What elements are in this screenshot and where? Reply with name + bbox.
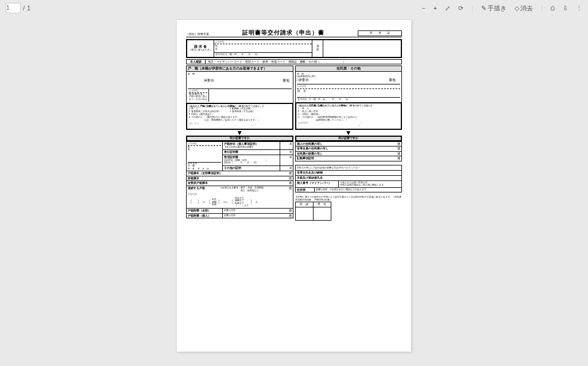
- applicant-sub: （窓口に来られた方）: [187, 49, 214, 52]
- document-page: （宛先）伊那市長 証明書等交付請求（申出）書 年 月 日 請 求 者 （窓口に来…: [177, 20, 411, 352]
- download-icon[interactable]: ⇩: [563, 5, 568, 12]
- fit-icon[interactable]: ⤢: [445, 5, 450, 12]
- address-label-col: 住 所: [312, 40, 323, 57]
- page-separator: /: [23, 5, 25, 11]
- extra-header: 住民票の写しに下記の記載が必要な方は○印をつけてください: [295, 165, 403, 171]
- hittou-note: 戸籍の最初に書か れている方の氏名: [189, 95, 207, 101]
- doc-title: 証明書等交付請求（申出）書: [212, 29, 354, 36]
- koseki-need-header: 何が必要ですか: [186, 136, 293, 141]
- pdf-viewer: 1 / 1 − + ⤢ ⟳ | ✎ 手描き ◇ 消去 | ⎙ ⇩ ⋮ （宛先）伊…: [0, 0, 588, 366]
- juminhyo-section-header: 住民票・その他: [295, 66, 403, 71]
- zoom-out-icon[interactable]: −: [421, 5, 425, 11]
- zoom-in-icon[interactable]: +: [434, 5, 437, 11]
- koseki-section-header: 戸 籍（本籍が伊那市にある方のみ取得できます）: [186, 66, 293, 71]
- idcheck-value: 免許・マイナンバーカード・在留カード・旅券・住基カード・保険証・通帳・その他（ …: [206, 59, 402, 65]
- page-total: 1: [27, 5, 30, 11]
- print-icon[interactable]: ⎙: [551, 5, 555, 11]
- banchi: 番地: [283, 79, 289, 83]
- erase-tool[interactable]: ◇ 消去: [514, 4, 533, 13]
- idcheck-label: 本人確認: [186, 59, 206, 65]
- menu-icon[interactable]: ⋮: [576, 5, 582, 12]
- rotate-icon[interactable]: ⟳: [458, 5, 463, 12]
- uketsuke-label: 受 付: [313, 202, 331, 207]
- dob-label: 生年月日: [215, 53, 225, 56]
- sakusei-label: 作 成: [295, 202, 313, 207]
- juminhyo-need-header: 何が必要ですか: [295, 136, 403, 141]
- furigana-label: ふりがな: [214, 40, 312, 45]
- name-label-col: 氏 名: [214, 44, 219, 52]
- caution-text: 【注意】 偽りその他不正の手段により交付を受けたときは30万円以下の罰金に処せら…: [295, 196, 403, 201]
- arrow-down-icon: ▼: [186, 130, 293, 136]
- date-box: 年 月 日: [358, 30, 402, 36]
- addressee: （宛先）伊那市長: [186, 33, 209, 36]
- city: 伊那市: [204, 79, 214, 83]
- pdf-toolbar: 1 / 1 − + ⤢ ⟳ | ✎ 手描き ◇ 消去 | ⎙ ⇩ ⋮: [0, 0, 588, 16]
- page-current-input[interactable]: 1: [6, 3, 21, 13]
- draw-tool[interactable]: ✎ 手描き: [481, 4, 506, 13]
